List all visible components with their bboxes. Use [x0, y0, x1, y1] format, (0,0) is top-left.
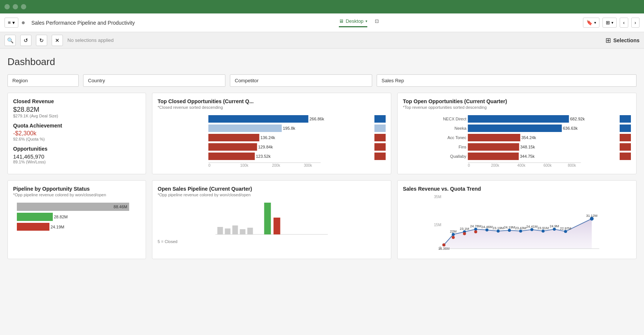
layout-icon: ⊞ [606, 20, 610, 25]
closed-revenue-label: Closed Revenue [13, 98, 140, 104]
top-closed-title: Top Closed Opportunities (Current Q... [158, 98, 386, 104]
svg-text:15M: 15M [434, 223, 441, 227]
no-selections-text: No selections applied [67, 37, 601, 43]
filter-region[interactable]: Region [7, 74, 79, 87]
filter-country[interactable]: Country [83, 74, 225, 87]
svg-text:NECX Direct: NECX Direct [443, 117, 466, 121]
top-open-panel: Top Open Opportunities (Current Quarter)… [397, 93, 637, 174]
svg-text:100k: 100k [240, 163, 249, 168]
back-selections-button[interactable]: ↺ [20, 35, 31, 46]
top-open-subtitle: *Top revenue opportunities sorted descen… [403, 105, 631, 110]
svg-text:22M: 22M [450, 230, 457, 233]
menu-button[interactable]: ≡ ▾ [4, 18, 18, 28]
tab-tablet[interactable]: ⊡ [375, 18, 379, 27]
svg-rect-49 [274, 218, 280, 234]
svg-text:Fins: Fins [459, 145, 467, 149]
filter-row: Region Country Competitor Sales Rep [7, 74, 637, 87]
svg-rect-40 [17, 223, 49, 231]
window-maximize-circle [21, 4, 26, 9]
svg-point-59 [497, 230, 500, 233]
search-icon: 🔍 [7, 37, 13, 43]
svg-point-63 [542, 230, 545, 233]
opp-value: 141,465,970 [13, 153, 140, 160]
svg-text:682.92k: 682.92k [570, 117, 585, 121]
svg-text:636.63k: 636.63k [563, 126, 578, 130]
forward-selections-button[interactable]: ↻ [36, 35, 47, 46]
svg-text:800k: 800k [568, 163, 577, 168]
quota-section: Quota Achievement -$2,300k 92.6% (Quota … [13, 123, 140, 141]
bookmark-button[interactable]: 🔖 ▾ [583, 18, 599, 28]
svg-rect-19 [468, 125, 562, 132]
svg-text:123.52k: 123.52k [256, 154, 271, 159]
filter-competitor[interactable]: Competitor [230, 74, 372, 87]
svg-rect-25 [468, 143, 519, 151]
svg-rect-6 [209, 143, 257, 151]
dashboard-container: Dashboard Region Country Competitor Sale… [0, 49, 644, 335]
svg-point-58 [486, 228, 489, 231]
svg-rect-2 [209, 125, 282, 132]
svg-text:136.24k: 136.24k [261, 135, 276, 140]
svg-text:35M: 35M [434, 195, 441, 199]
selections-panel-button[interactable]: ⊞ Selections [605, 36, 640, 44]
pipeline-footer: 5 = Closed [158, 239, 386, 244]
svg-text:88.46M: 88.46M [113, 205, 127, 209]
svg-text:31.12M: 31.12M [586, 214, 597, 218]
top-open-chart: NECX Direct 682.92k Neeka 636.63k Acc To… [403, 113, 617, 168]
svg-text:344.75k: 344.75k [520, 154, 535, 159]
tab-desktop[interactable]: 🖥 Desktop ▾ [339, 18, 367, 27]
top-closed-subtitle: *Closed revenue sorted descending [158, 105, 386, 110]
quota-pct: 92.6% (Quota %) [13, 137, 140, 141]
open-pipeline-panel: Open Sales Pipeline (Current Quarter) *O… [152, 180, 391, 259]
svg-text:24.9M: 24.9M [550, 224, 559, 228]
redo-icon: ↻ [39, 37, 44, 43]
desktop-icon: 🖥 [339, 18, 344, 24]
svg-text:600k: 600k [544, 163, 552, 168]
prev-button[interactable]: ‹ [620, 18, 628, 28]
undo-icon: ↺ [24, 37, 28, 43]
bookmark-dropdown-icon: ▾ [594, 21, 596, 25]
svg-rect-36 [17, 203, 129, 211]
dashboard-title: Dashboard [7, 56, 637, 68]
svg-rect-44 [225, 228, 231, 234]
menu-dropdown-icon: ▾ [12, 20, 15, 25]
grid-icon: ⊞ [605, 36, 611, 44]
svg-text:266.86k: 266.86k [310, 117, 325, 121]
svg-text:348.15k: 348.15k [520, 145, 535, 149]
window-minimize-circle [13, 4, 18, 9]
tab-dropdown-icon: ▾ [365, 19, 367, 23]
clear-selections-button[interactable]: ✕ [52, 35, 63, 46]
svg-text:Acc Tonec: Acc Tonec [447, 135, 467, 140]
open-pipeline-subtitle: *Opp pipeline revenue colored by won/clo… [158, 193, 386, 197]
svg-point-55 [452, 233, 455, 236]
svg-text:0: 0 [209, 163, 211, 168]
opportunities-section: Opportunities 141,465,970 89.1% (Win/Los… [13, 146, 140, 164]
svg-text:129.84k: 129.84k [258, 145, 273, 149]
search-icon-button[interactable]: 🔍 [4, 35, 16, 46]
svg-text:Neeka: Neeka [455, 126, 467, 130]
svg-point-83 [474, 230, 477, 233]
trend-title: Sales Revenue vs. Quota Trend [403, 186, 631, 192]
svg-text:23.1M: 23.1M [460, 227, 469, 231]
svg-rect-0 [209, 115, 309, 123]
svg-text:23.43M: 23.43M [515, 226, 526, 230]
layout-button[interactable]: ⊞ ▾ [602, 18, 617, 28]
svg-rect-16 [468, 115, 569, 123]
next-button[interactable]: › [631, 18, 640, 28]
pipeline-subtitle: *Opp pipeline revenue colored by won/clo… [13, 193, 140, 197]
selection-bar: 🔍 ↺ ↻ ✕ No selections applied ⊞ Selectio… [0, 32, 644, 49]
svg-text:24.46M: 24.46M [481, 225, 492, 229]
svg-text:23.91M: 23.91M [537, 226, 549, 230]
svg-rect-22 [468, 134, 520, 141]
svg-text:28.82M: 28.82M [54, 215, 68, 219]
tablet-icon: ⊡ [375, 18, 379, 24]
svg-text:24.78M: 24.78M [470, 224, 481, 228]
svg-marker-53 [444, 219, 592, 249]
win-loss: 89.1% (Win/Loss) [13, 160, 140, 164]
svg-text:23.19M: 23.19M [492, 226, 504, 230]
kpi-panel: Closed Revenue $28.82M $279.1K (Avg Deal… [7, 93, 146, 174]
toolbar-right: 🔖 ▾ ⊞ ▾ ‹ › [583, 18, 640, 28]
filter-salesrep[interactable]: Sales Rep [377, 74, 637, 87]
pipeline-status-panel: Pipeline by Opportunity Status *Opp pipe… [7, 180, 146, 259]
svg-point-57 [474, 228, 477, 231]
svg-text:0: 0 [468, 163, 470, 168]
